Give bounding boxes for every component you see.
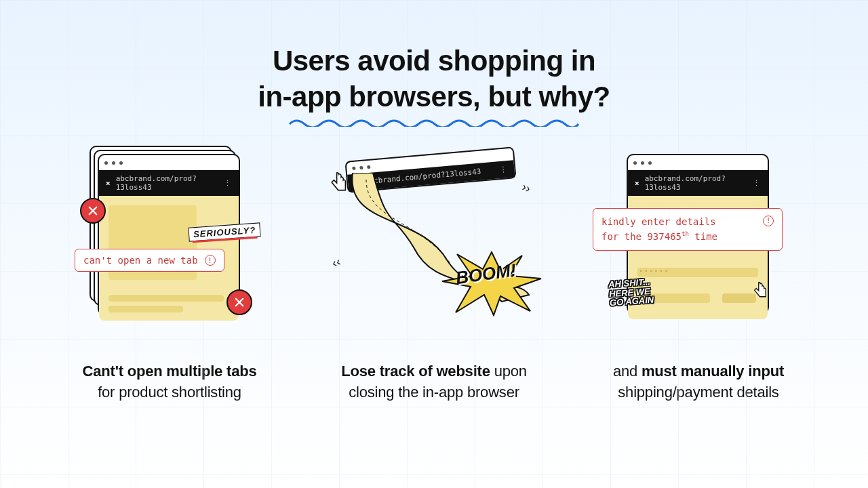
callout-line2: for the 937465th time xyxy=(601,231,717,242)
caption-3: and must manually input shipping/payment… xyxy=(576,361,821,403)
callout-no-new-tab: can't open a new tab ! xyxy=(75,249,224,272)
form-button-placeholder xyxy=(722,293,756,303)
panel-tabs: × abcbrand.com/prod?13loss43 ⋮ SERIOUSLY… xyxy=(54,154,285,350)
panel-lose-track: × abcbrand.com/prod?13loss43 ⋮ BOOM! ›› … xyxy=(305,154,563,350)
address-bar: × abcbrand.com/prod?13loss43 ⋮ xyxy=(99,170,239,196)
address-url: abcbrand.com/prod?13loss43 xyxy=(645,174,747,192)
warning-icon: ! xyxy=(205,255,216,266)
headline-line2: in-app browsers, but why? xyxy=(0,79,868,115)
illustration-row: × abcbrand.com/prod?13loss43 ⋮ SERIOUSLY… xyxy=(0,127,868,350)
callout-enter-details: ! kindly enter details for the 937465th … xyxy=(593,208,783,251)
browser-titlebar xyxy=(99,155,239,170)
sticker-here-we-go-again: ah shit... here we go again xyxy=(608,274,692,308)
kebab-menu-icon: ⋮ xyxy=(753,179,761,188)
squiggle-underline-icon xyxy=(288,117,580,127)
caption-1: Cant't open multiple tabs for product sh… xyxy=(47,361,292,403)
error-badge-icon xyxy=(80,198,106,224)
warning-icon: ! xyxy=(763,216,774,226)
callout-line1: kindly enter details xyxy=(601,216,716,227)
close-tab-icon: × xyxy=(106,179,111,188)
kebab-menu-icon: ⋮ xyxy=(224,179,232,188)
hand-cursor-icon xyxy=(753,281,772,300)
headline-line1: Users avoid shopping in xyxy=(0,43,868,79)
caption-2: Lose track of website upon closing the i… xyxy=(312,361,556,403)
error-badge-icon xyxy=(226,289,252,315)
captions-row: Cant't open multiple tabs for product sh… xyxy=(0,350,868,403)
headline: Users avoid shopping in in-app browsers,… xyxy=(0,0,868,127)
form-field-placeholder xyxy=(637,268,758,277)
close-tab-icon: × xyxy=(635,179,639,188)
panel-manual-input: × abcbrand.com/prod?13loss43 ⋮ ! kindly … xyxy=(583,154,814,350)
hand-cursor-icon xyxy=(330,171,353,195)
callout-text: can't open a new tab xyxy=(83,255,198,266)
address-url: abcbrand.com/prod?13loss43 xyxy=(116,174,218,192)
